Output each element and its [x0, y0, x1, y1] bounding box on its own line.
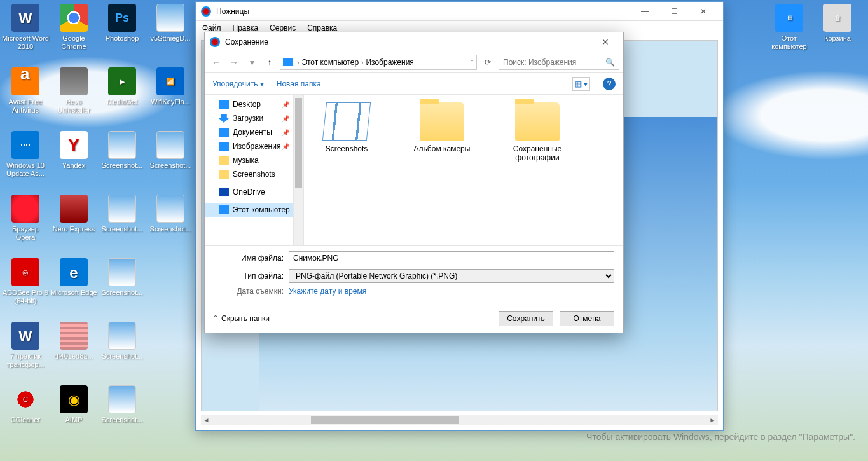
dialog-bottom: Имя файла: Тип файла: PNG-файл (Portable… [205, 245, 623, 305]
titlebar[interactable]: Ножницы — ☐ ✕ [196, 2, 723, 21]
breadcrumb[interactable]: › Этот компьютер › Изображения ˅ [280, 55, 477, 70]
new-folder-button[interactable]: Новая папка [277, 79, 321, 88]
file-grid[interactable]: ScreenshotsАльбом камерыСохраненные фото… [304, 95, 623, 245]
app-icon: ▶ [108, 67, 136, 95]
icon-label: Screenshot... [102, 225, 143, 233]
menu-item[interactable]: Правка [233, 24, 259, 32]
nav-up-button[interactable]: ↑ [262, 55, 277, 70]
desktop-icons-left: WMicrosoft Word 2010Google ChromePsPhoto… [1, 1, 195, 446]
desktop-icon[interactable]: Screenshot... [146, 192, 195, 256]
desktop-icon[interactable]: ◎ACDSee Pro 9 (64-bit) [1, 256, 50, 319]
desktop-icon[interactable]: Avast Free Antivirus [1, 65, 50, 128]
desktop-icon[interactable]: ▶MediaGet [98, 65, 146, 128]
desktop-icon[interactable]: eMicrosoft Edge [50, 256, 98, 319]
folder-icon [219, 156, 229, 165]
desktop-icon[interactable]: 📶WifiKeyFin... [146, 65, 195, 128]
dialog-titlebar[interactable]: Сохранение ✕ [205, 32, 623, 52]
nav-back-button[interactable]: ← [209, 55, 224, 70]
tree-scroll-thumb[interactable] [295, 98, 302, 188]
hide-folders-toggle[interactable]: ˄ Скрыть папки [214, 314, 270, 323]
app-icon [156, 131, 184, 159]
desktop-icons-right: 🖥Этот компьютер🗑Корзина [765, 1, 862, 65]
file-item[interactable]: Сохраненные фотографии [502, 102, 572, 162]
tree-node[interactable]: OneDrive [205, 185, 293, 199]
cancel-button[interactable]: Отмена [560, 311, 614, 326]
desktop-icon[interactable]: Windows 10 Update As... [1, 128, 50, 192]
tree-node[interactable]: музыка [205, 153, 293, 167]
tree-scrollbar[interactable] [294, 95, 304, 245]
chevron-up-icon: ˄ [214, 314, 217, 323]
help-button[interactable]: ? [603, 78, 616, 90]
tree-label: Desktop [233, 100, 261, 109]
desktop-icon[interactable]: Screenshot... [98, 319, 146, 383]
search-icon[interactable]: 🔍 [605, 58, 615, 67]
save-button[interactable]: Сохранить [499, 311, 553, 326]
desktop-icon[interactable]: Screenshot... [98, 192, 146, 256]
refresh-button[interactable]: ⟳ [479, 58, 496, 67]
file-item[interactable]: Screenshots [312, 102, 382, 153]
menu-item[interactable]: Сервис [270, 24, 296, 32]
tree-node[interactable]: Загрузки📌 [205, 111, 293, 125]
desktop-icon[interactable]: CCCleaner [1, 383, 50, 446]
tree-node[interactable]: Изображения📌 [205, 139, 293, 153]
horizontal-scrollbar[interactable]: ◄ ► [201, 415, 718, 425]
desktop-icon[interactable]: WMicrosoft Word 2010 [1, 1, 50, 65]
menu-item[interactable]: Файл [202, 24, 221, 32]
app-icon: W [11, 4, 39, 32]
chevron-right-icon[interactable]: › [361, 59, 363, 66]
desktop-icon[interactable]: YYandex [50, 128, 98, 192]
desktop-icon[interactable]: 🖥Этот компьютер [765, 1, 813, 65]
nav-recent-button[interactable]: ▾ [244, 55, 259, 70]
menu-item[interactable]: Справка [307, 24, 337, 32]
desktop-icon[interactable]: Screenshot... [98, 256, 146, 319]
desktop-icon[interactable]: v5SttniegD... [146, 1, 195, 65]
desktop-icon[interactable]: 🗑Корзина [813, 1, 862, 65]
navigation-tree[interactable]: Desktop📌Загрузки📌Документы📌Изображения📌м… [205, 95, 294, 245]
desktop-icon[interactable]: ◉AIMP [50, 383, 98, 446]
filetype-select[interactable]: PNG-файл (Portable Network Graphic) (*.P… [289, 269, 614, 283]
tree-node[interactable]: Этот компьютер [205, 203, 293, 217]
tree-label: OneDrive [233, 188, 265, 196]
desktop-icon[interactable]: Nero Express [50, 192, 98, 256]
search-input[interactable] [503, 58, 605, 67]
close-button[interactable]: ✕ [689, 2, 718, 21]
app-icon [60, 4, 88, 32]
minimize-button[interactable]: — [630, 2, 659, 21]
view-mode-button[interactable]: ▦ ▾ [572, 77, 590, 91]
desktop-icon[interactable]: Screenshot... [98, 383, 146, 446]
scroll-track[interactable] [212, 415, 707, 425]
desktop-icon[interactable]: Screenshot... [146, 128, 195, 192]
window-title: Ножницы [216, 7, 630, 16]
file-label: Screenshots [312, 144, 382, 153]
desktop-icon[interactable]: Браузер Opera [1, 192, 50, 256]
tree-node[interactable]: Desktop📌 [205, 97, 293, 111]
app-icon: 📶 [156, 67, 184, 95]
scroll-right-arrow[interactable]: ► [707, 415, 718, 425]
maximize-button[interactable]: ☐ [659, 2, 689, 21]
desktop-icon[interactable]: Screenshot... [98, 128, 146, 192]
breadcrumb-dropdown[interactable]: ˅ [471, 59, 474, 66]
scroll-thumb[interactable] [311, 416, 460, 424]
breadcrumb-seg-1[interactable]: Изображения [366, 58, 413, 67]
desktop-icon[interactable]: Revo Uninstaller [50, 65, 98, 128]
date-link[interactable]: Укажите дату и время [289, 287, 366, 296]
tree-node[interactable]: Screenshots [205, 167, 293, 181]
filename-input[interactable] [289, 251, 614, 265]
desktop-icon[interactable]: df401ed8a... [50, 319, 98, 383]
pin-icon: 📌 [282, 143, 289, 150]
tree-label: музыка [233, 156, 259, 165]
search-box[interactable]: 🔍 [499, 55, 619, 70]
scroll-left-arrow[interactable]: ◄ [201, 415, 212, 425]
folder-icon [219, 205, 229, 214]
dialog-close-button[interactable]: ✕ [593, 33, 618, 51]
organize-button[interactable]: Упорядочить ▾ [212, 79, 264, 88]
nav-forward-button[interactable]: → [226, 55, 242, 70]
chevron-right-icon[interactable]: › [297, 59, 299, 66]
desktop-icon[interactable]: Google Chrome [50, 1, 98, 65]
file-item[interactable]: Альбом камеры [407, 102, 477, 153]
dialog-toolbar: Упорядочить ▾ Новая папка ▦ ▾ ? [205, 73, 623, 95]
tree-node[interactable]: Документы📌 [205, 125, 293, 139]
breadcrumb-seg-0[interactable]: Этот компьютер [301, 58, 359, 67]
desktop-icon[interactable]: PsPhotoshop [98, 1, 146, 65]
desktop-icon[interactable]: W7 практик трансфор... [1, 319, 50, 383]
